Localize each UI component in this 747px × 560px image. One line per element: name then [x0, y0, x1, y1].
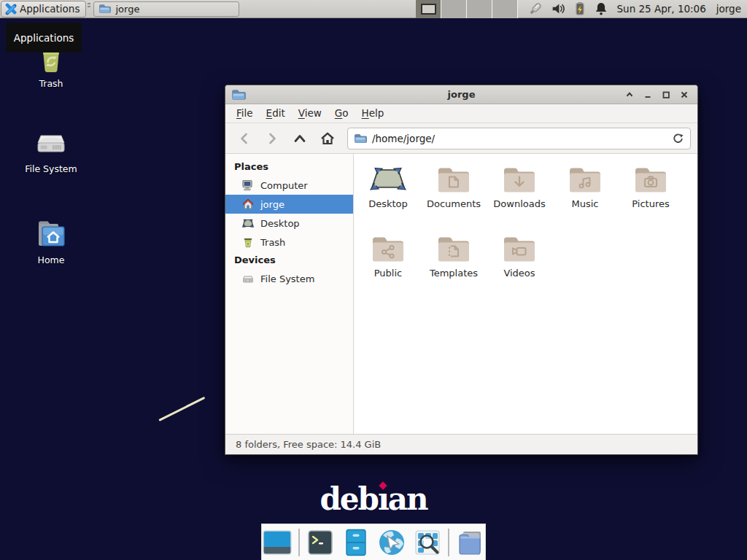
workspace-1[interactable]	[416, 0, 441, 18]
up-button[interactable]	[287, 128, 312, 149]
documents-folder-icon	[436, 164, 471, 195]
path-text: /home/jorge/	[372, 133, 667, 144]
notifications-bell-icon[interactable]	[594, 1, 608, 17]
xfce-logo-icon	[4, 3, 17, 15]
volume-icon[interactable]	[550, 1, 566, 17]
folder-icon	[98, 4, 111, 14]
sidebar-item-label: Trash	[260, 237, 285, 248]
workspace-3[interactable]	[467, 0, 492, 18]
home-icon	[241, 198, 255, 211]
file-label: Templates	[430, 268, 478, 279]
desktop-trapezoid-icon	[368, 164, 409, 195]
taskbar-window-label: jorge	[115, 4, 139, 15]
show-desktop-icon[interactable]	[262, 527, 293, 558]
sidebar-item-desktop[interactable]: Desktop	[225, 214, 353, 233]
reload-button[interactable]	[672, 132, 684, 144]
tooltip-text: Applications	[14, 32, 74, 44]
home-folder-icon	[34, 217, 69, 252]
forward-button[interactable]	[260, 128, 285, 149]
stylus-tool-icon[interactable]	[527, 1, 543, 18]
back-button[interactable]	[232, 128, 257, 149]
computer-icon	[241, 179, 255, 192]
web-browser-icon[interactable]	[377, 527, 407, 558]
toolbar: /home/jorge/	[225, 123, 697, 154]
downloads-folder-icon	[502, 164, 537, 195]
drive-mini-icon	[241, 272, 255, 285]
hard-drive-icon	[34, 125, 69, 160]
sidebar-item-computer[interactable]: Computer	[225, 176, 353, 195]
file-item-desktop[interactable]: Desktop	[355, 163, 421, 232]
taskbar-window-button[interactable]: jorge	[93, 1, 239, 17]
desktop-icon-home[interactable]: Home	[13, 217, 89, 265]
session-user-label[interactable]: jorge	[716, 3, 741, 15]
titlebar[interactable]: jorge	[225, 85, 697, 104]
file-manager-icon[interactable]	[341, 527, 371, 558]
file-label: Videos	[503, 268, 535, 279]
trash-mini-icon	[241, 236, 255, 249]
menu-help[interactable]: Help	[355, 104, 391, 122]
menubar: File Edit View Go Help	[225, 104, 697, 123]
desktop-mini-icon	[241, 217, 255, 230]
file-item-templates[interactable]: Templates	[421, 232, 487, 301]
top-panel: Applications jorge	[0, 0, 747, 18]
system-tray	[527, 1, 608, 18]
file-manager-window: jorge File Edit View Go Help	[225, 85, 698, 455]
maximize-button[interactable]	[660, 89, 672, 101]
battery-icon[interactable]	[573, 1, 587, 17]
sidebar-item-trash[interactable]: Trash	[225, 233, 353, 252]
minimize-button[interactable]	[642, 89, 654, 101]
menu-go[interactable]: Go	[328, 104, 355, 122]
music-folder-icon	[568, 164, 603, 195]
terminal-icon[interactable]	[306, 527, 336, 558]
desktop-icon-label: File System	[25, 163, 77, 174]
home-button[interactable]	[315, 128, 340, 149]
file-item-music[interactable]: Music	[552, 163, 618, 232]
sidebar: Places Computer	[225, 154, 354, 434]
directory-menu-icon[interactable]	[455, 527, 485, 558]
workspace-2[interactable]	[441, 0, 467, 18]
file-label: Desktop	[368, 198, 408, 209]
file-item-downloads[interactable]: Downloads	[487, 163, 552, 232]
applications-menu-button[interactable]: Applications	[1, 1, 86, 18]
applications-menu-label: Applications	[20, 3, 80, 15]
desktop-icon-label: Home	[38, 254, 65, 265]
shade-button[interactable]	[624, 89, 635, 101]
file-label: Documents	[427, 198, 481, 209]
dock-separator	[298, 529, 300, 556]
path-folder-icon	[354, 133, 367, 144]
sidebar-item-label: File System	[260, 273, 314, 284]
sidebar-item-label: Computer	[260, 180, 308, 191]
pictures-folder-icon	[633, 164, 668, 195]
videos-folder-icon	[502, 233, 537, 264]
sidebar-item-file-system[interactable]: File System	[225, 269, 353, 288]
sidebar-header-places: Places	[225, 158, 353, 176]
sidebar-item-jorge[interactable]: jorge	[225, 195, 353, 214]
close-button[interactable]	[678, 89, 690, 101]
path-entry[interactable]: /home/jorge/	[347, 128, 691, 149]
file-list: Desktop Documents	[354, 154, 697, 434]
file-label: Pictures	[632, 198, 669, 209]
sidebar-header-devices: Devices	[225, 252, 353, 269]
desktop-stray-line	[158, 397, 205, 421]
file-label: Music	[572, 198, 599, 209]
file-item-videos[interactable]: Videos	[487, 232, 552, 301]
panel-handle[interactable]	[86, 0, 92, 18]
templates-folder-icon	[436, 233, 471, 264]
workspace-window-thumb	[421, 4, 436, 15]
application-finder-icon[interactable]	[412, 527, 442, 558]
file-item-documents[interactable]: Documents	[421, 163, 487, 232]
workspace-4[interactable]	[492, 0, 518, 18]
applications-tooltip: Applications	[6, 23, 82, 52]
sidebar-item-label: jorge	[260, 199, 285, 210]
menu-file[interactable]: File	[230, 104, 260, 122]
clock[interactable]: Sun 25 Apr, 10:06	[617, 3, 706, 15]
file-item-pictures[interactable]: Pictures	[618, 163, 684, 232]
menu-edit[interactable]: Edit	[260, 104, 292, 122]
menu-view[interactable]: View	[292, 104, 328, 122]
file-label: Downloads	[493, 198, 545, 209]
workspace-switcher	[416, 0, 518, 18]
desktop-icon-file-system[interactable]: File System	[13, 125, 89, 174]
statusbar: 8 folders, Free space: 14.4 GiB	[225, 434, 697, 454]
status-text: 8 folders, Free space: 14.4 GiB	[236, 439, 381, 450]
file-item-public[interactable]: Public	[355, 232, 421, 301]
